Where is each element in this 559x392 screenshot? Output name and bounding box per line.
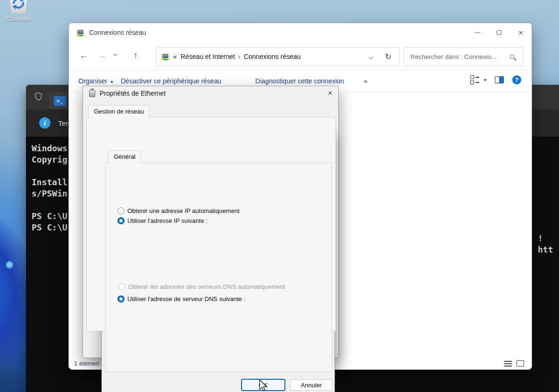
radio-obtain-ip-auto[interactable]: Obtenir une adresse IP automatiquement (117, 207, 240, 214)
radio-icon[interactable] (117, 207, 125, 214)
window-title: Connexions réseau (89, 29, 146, 36)
powershell-icon (54, 96, 66, 106)
radio-use-following-dns[interactable]: Utiliser l'adresse de serveur DNS suivan… (117, 295, 248, 302)
search-input[interactable]: Rechercher dans : Connexio... (404, 47, 523, 66)
radio-icon-disabled (118, 283, 125, 290)
breadcrumb-separator: › (238, 53, 241, 60)
search-placeholder: Rechercher dans : Connexio... (410, 53, 510, 60)
thumbnail-view-icon[interactable] (517, 360, 524, 367)
organize-menu[interactable]: Organiser (78, 77, 113, 85)
back-button[interactable] (79, 50, 88, 61)
search-icon[interactable] (510, 55, 514, 59)
network-connections-icon (76, 29, 84, 36)
recycle-bin-label: Corbeille (3, 15, 34, 22)
radio-use-following-ip[interactable]: Utiliser l'adresse IP suivante : (117, 217, 210, 224)
info-icon (39, 117, 50, 129)
tab-gestion-de-reseau[interactable]: Gestion de réseau (88, 105, 150, 118)
ipv4-properties-dialog[interactable]: Propriétés de : Protocole Internet versi… (101, 130, 335, 392)
address-bar[interactable]: « Réseau et Internet › Connexions réseau (156, 47, 400, 66)
up-button[interactable] (133, 50, 138, 61)
mouse-cursor (259, 380, 268, 392)
cancel-button[interactable]: Annuler (290, 379, 333, 391)
tab-general[interactable]: Général (108, 150, 141, 163)
maximize-button[interactable] (488, 23, 510, 42)
disable-device-command[interactable]: Désactiver ce périphérique réseau (121, 77, 221, 85)
explorer-navbar: « Réseau et Internet › Connexions réseau… (69, 42, 532, 71)
view-options-icon[interactable] (470, 75, 479, 84)
breadcrumb-prefix[interactable]: « (173, 53, 177, 60)
more-commands-chevron[interactable]: » (364, 77, 367, 85)
breadcrumb-connexions-reseau[interactable]: Connexions réseau (244, 53, 301, 60)
ipv4-tab-page (105, 163, 332, 372)
diagnose-connection-command[interactable]: Diagnostiquer cette connexion (255, 77, 344, 85)
shield-icon (34, 92, 42, 103)
item-count: 1 élémen (74, 360, 99, 367)
view-options-chevron-icon[interactable] (484, 77, 486, 82)
recycle-bin-desktop-icon[interactable]: Corbeille (3, 0, 34, 22)
minimize-button[interactable] (467, 23, 488, 42)
ethernet-dialog-title: Propriétés de Ethernet (100, 90, 166, 97)
radio-icon-selected[interactable] (117, 217, 125, 224)
help-icon[interactable] (512, 75, 521, 84)
address-dropdown-chevron-icon[interactable] (368, 54, 373, 59)
address-location-icon (161, 53, 169, 60)
ethernet-dialog-titlebar[interactable]: Propriétés de Ethernet × (83, 86, 338, 100)
recycle-bin-icon (9, 0, 28, 13)
preview-pane-icon[interactable] (495, 76, 504, 83)
recent-locations-chevron-icon[interactable] (113, 52, 118, 57)
radio-icon-selected[interactable] (117, 295, 125, 302)
desktop: Corbeille A Tern Windows Copyrig Install… (0, 0, 559, 392)
refresh-icon[interactable] (385, 52, 392, 62)
details-view-icon[interactable] (504, 361, 512, 367)
close-button[interactable]: × (510, 23, 532, 42)
ethernet-plug-icon (89, 90, 95, 97)
terminal-line-fragment: ! htt (538, 233, 559, 244)
radio-obtain-dns-auto: Obtenir les adresses des serveurs DNS au… (118, 283, 285, 290)
explorer-titlebar[interactable]: Connexions réseau × (69, 23, 532, 42)
ethernet-close-icon[interactable]: × (328, 89, 333, 98)
breadcrumb-reseau-et-internet[interactable]: Réseau et Internet (181, 53, 235, 60)
forward-button[interactable] (98, 50, 107, 61)
